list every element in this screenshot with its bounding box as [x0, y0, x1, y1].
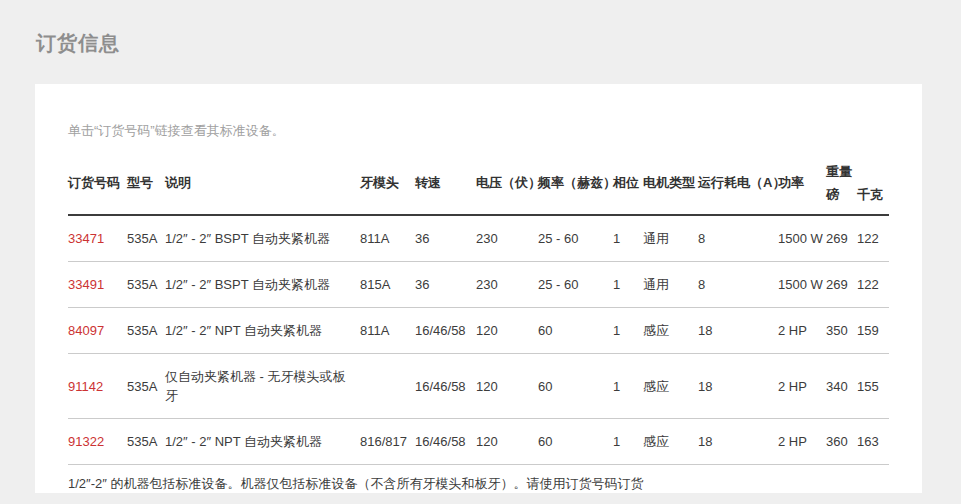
cell-frequency: 25 - 60	[538, 215, 613, 262]
cell-frequency: 60	[538, 308, 613, 354]
order-number-link[interactable]: 91322	[68, 434, 104, 449]
col-header-order-no: 订货号码	[68, 155, 127, 215]
col-header-phase: 相位	[613, 155, 643, 215]
ordering-info-card: 单击“订货号码”链接查看其标准设备。 订货号码 型号 说明 牙模头 转速 电压（…	[35, 84, 922, 493]
cell-model: 535A	[127, 262, 165, 308]
order-number-link[interactable]: 91142	[68, 379, 103, 394]
cell-phase: 1	[613, 262, 643, 308]
cell-power: 2 HP	[778, 308, 826, 354]
cell-weight-lb: 269	[826, 215, 857, 262]
cell-running-current: 8	[698, 262, 778, 308]
col-header-weight-group: 重量	[826, 155, 889, 185]
cell-motor-type: 感应	[643, 419, 698, 465]
cell-order-no: 84097	[68, 308, 127, 354]
col-header-die-head: 牙模头	[360, 155, 415, 215]
cell-running-current: 18	[698, 354, 778, 419]
cell-die-head: 816/817	[360, 419, 415, 465]
cell-motor-type: 通用	[643, 262, 698, 308]
col-header-motor-type: 电机类型	[643, 155, 698, 215]
cell-phase: 1	[613, 354, 643, 419]
cell-power: 1500 W	[778, 262, 826, 308]
cell-order-no: 91142	[68, 354, 127, 419]
col-header-frequency: 频率（赫兹）	[538, 155, 613, 215]
table-row: 91322 535A 1/2″ - 2″ NPT 自动夹紧机器 816/817 …	[68, 419, 889, 465]
table-row: 33491 535A 1/2″ - 2″ BSPT 自动夹紧机器 815A 36…	[68, 262, 889, 308]
cell-die-head	[360, 354, 415, 419]
cell-weight-kg: 159	[857, 308, 889, 354]
cell-power: 2 HP	[778, 354, 826, 419]
cell-die-head: 811A	[360, 308, 415, 354]
cell-frequency: 60	[538, 354, 613, 419]
cell-voltage: 120	[476, 308, 538, 354]
order-number-link[interactable]: 33491	[68, 277, 104, 292]
cell-weight-lb: 269	[826, 262, 857, 308]
order-number-link[interactable]: 33471	[68, 231, 104, 246]
col-header-description: 说明	[165, 155, 360, 215]
col-header-power: 功率	[778, 155, 826, 215]
col-header-voltage: 电压（伏）	[476, 155, 538, 215]
cell-running-current: 18	[698, 308, 778, 354]
page-title: 订货信息	[36, 30, 120, 57]
cell-weight-kg: 163	[857, 419, 889, 465]
cell-weight-lb: 340	[826, 354, 857, 419]
col-header-weight-kg: 千克	[857, 185, 889, 215]
col-header-speed: 转速	[415, 155, 476, 215]
cell-speed: 16/46/58	[415, 354, 476, 419]
cell-weight-lb: 350	[826, 308, 857, 354]
cell-weight-kg: 155	[857, 354, 889, 419]
cell-phase: 1	[613, 308, 643, 354]
cell-description: 1/2″ - 2″ NPT 自动夹紧机器	[165, 419, 360, 465]
cell-power: 1500 W	[778, 215, 826, 262]
cell-description: 1/2″ - 2″ BSPT 自动夹紧机器	[165, 262, 360, 308]
table-row: 91142 535A 仅自动夹紧机器 - 无牙模头或板牙 16/46/58 12…	[68, 354, 889, 419]
cell-voltage: 120	[476, 419, 538, 465]
cell-description: 1/2″ - 2″ BSPT 自动夹紧机器	[165, 215, 360, 262]
cell-running-current: 8	[698, 215, 778, 262]
cell-phase: 1	[613, 419, 643, 465]
cell-motor-type: 通用	[643, 215, 698, 262]
cell-frequency: 25 - 60	[538, 262, 613, 308]
cell-model: 535A	[127, 308, 165, 354]
col-header-running-current: 运行耗电（A）	[698, 155, 778, 215]
cell-weight-kg: 122	[857, 262, 889, 308]
cell-model: 535A	[127, 215, 165, 262]
cell-voltage: 120	[476, 354, 538, 419]
cell-order-no: 33491	[68, 262, 127, 308]
cell-description: 仅自动夹紧机器 - 无牙模头或板牙	[165, 354, 360, 419]
intro-text: 单击“订货号码”链接查看其标准设备。	[68, 84, 889, 140]
cell-voltage: 230	[476, 262, 538, 308]
cell-power: 2 HP	[778, 419, 826, 465]
cell-die-head: 815A	[360, 262, 415, 308]
cell-voltage: 230	[476, 215, 538, 262]
cell-speed: 16/46/58	[415, 308, 476, 354]
cell-speed: 16/46/58	[415, 419, 476, 465]
cell-weight-lb: 360	[826, 419, 857, 465]
cell-motor-type: 感应	[643, 308, 698, 354]
ordering-table: 订货号码 型号 说明 牙模头 转速 电压（伏） 频率（赫兹） 相位 电机类型 运…	[68, 155, 889, 465]
table-header: 订货号码 型号 说明 牙模头 转速 电压（伏） 频率（赫兹） 相位 电机类型 运…	[68, 155, 889, 215]
col-header-weight-lb: 磅	[826, 185, 857, 215]
cell-running-current: 18	[698, 419, 778, 465]
cell-frequency: 60	[538, 419, 613, 465]
cell-order-no: 33471	[68, 215, 127, 262]
cell-order-no: 91322	[68, 419, 127, 465]
cell-description: 1/2″ - 2″ NPT 自动夹紧机器	[165, 308, 360, 354]
cell-speed: 36	[415, 262, 476, 308]
cell-die-head: 811A	[360, 215, 415, 262]
cell-model: 535A	[127, 354, 165, 419]
col-header-model: 型号	[127, 155, 165, 215]
cell-weight-kg: 122	[857, 215, 889, 262]
table-row: 84097 535A 1/2″ - 2″ NPT 自动夹紧机器 811A 16/…	[68, 308, 889, 354]
cell-model: 535A	[127, 419, 165, 465]
cell-phase: 1	[613, 215, 643, 262]
cell-speed: 36	[415, 215, 476, 262]
table-row: 33471 535A 1/2″ - 2″ BSPT 自动夹紧机器 811A 36…	[68, 215, 889, 262]
order-number-link[interactable]: 84097	[68, 323, 104, 338]
cell-motor-type: 感应	[643, 354, 698, 419]
footnote-text: 1/2″-2″ 的机器包括标准设备。机器仅包括标准设备（不含所有牙模头和板牙）。…	[68, 465, 889, 493]
